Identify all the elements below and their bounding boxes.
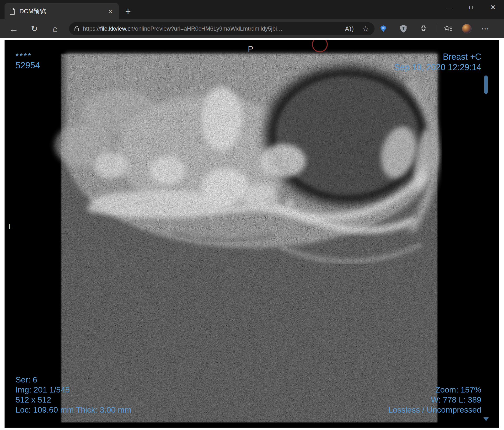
- window-controls: — □ ×: [438, 0, 504, 19]
- settings-more-button[interactable]: ⋯: [479, 22, 492, 35]
- zoom-level: Zoom: 157%: [388, 385, 481, 395]
- add-favorite-button[interactable]: ☆: [359, 23, 372, 34]
- tab-title: DCM预览: [19, 7, 101, 16]
- profile-avatar[interactable]: [462, 24, 471, 34]
- navigation-bar: ← ↻ ⌂ https://file.kkview.cn/onlinePrevi…: [0, 19, 504, 38]
- image-matrix: 512 x 512: [16, 395, 131, 405]
- maximize-button[interactable]: □: [460, 0, 482, 15]
- address-bar[interactable]: https://file.kkview.cn/onlinePreview?url…: [69, 22, 375, 35]
- series-number: Ser: 6: [16, 375, 131, 385]
- lock-icon[interactable]: [74, 26, 80, 32]
- window-close-button[interactable]: ×: [482, 0, 504, 15]
- minimize-button[interactable]: —: [438, 0, 460, 15]
- dicom-viewer: **** 52954 P L Breast +C Sep 10, 2020 12…: [5, 40, 499, 428]
- overlay-top-right: Breast +C Sep 10, 2020 12:29:14: [394, 52, 481, 73]
- read-aloud-button[interactable]: A)): [343, 23, 356, 34]
- study-datetime: Sep 10, 2020 12:29:14: [394, 62, 481, 73]
- browser-tab[interactable]: DCM预览 ×: [5, 3, 119, 19]
- compression-info: Lossless / Uncompressed: [388, 405, 481, 415]
- url-host: file.kkview.cn: [100, 25, 134, 32]
- window-level: W: 778 L: 389: [388, 395, 481, 405]
- url-text: https://file.kkview.cn/onlinePreview?url…: [83, 25, 340, 32]
- scroll-down-arrow[interactable]: [484, 417, 489, 421]
- image-index: Img: 201 1/545: [16, 385, 131, 395]
- toolbar-icons: T ⋯: [377, 22, 492, 35]
- url-scheme: https://: [83, 25, 100, 32]
- page-content: **** 52954 P L Breast +C Sep 10, 2020 12…: [0, 38, 504, 430]
- url-path: /onlinePreview?url=aHR0cHM6Ly9maWxlLmtrd…: [134, 25, 283, 32]
- toolbar-divider: [436, 24, 436, 33]
- extensions-puzzle-icon[interactable]: [417, 22, 430, 35]
- overlay-top-left: **** 52954: [16, 52, 40, 71]
- orientation-marker-posterior: P: [248, 44, 253, 54]
- shield-letter: T: [402, 27, 405, 31]
- overlay-bottom-left: Ser: 6 Img: 201 1/545 512 x 512 Loc: 109…: [16, 375, 131, 415]
- title-bar: DCM预览 × + — □ ×: [0, 0, 504, 19]
- tab-close-button[interactable]: ×: [105, 6, 115, 16]
- overlay-bottom-right: Zoom: 157% W: 778 L: 389 Lossless / Unco…: [388, 385, 481, 415]
- shield-extension-icon[interactable]: T: [397, 22, 410, 35]
- favorites-hub-icon[interactable]: [442, 22, 455, 35]
- new-tab-button[interactable]: +: [122, 5, 135, 18]
- extension-blue-icon[interactable]: [377, 22, 390, 35]
- series-scrollbar-thumb[interactable]: [484, 75, 488, 94]
- patient-name-masked: ****: [16, 52, 40, 60]
- document-icon: [9, 8, 16, 15]
- back-button[interactable]: ←: [7, 22, 20, 36]
- dicom-image[interactable]: [5, 40, 499, 428]
- orientation-marker-left: L: [8, 221, 13, 232]
- refresh-button[interactable]: ↻: [27, 22, 41, 36]
- home-button[interactable]: ⌂: [48, 22, 62, 36]
- patient-id: 52954: [16, 60, 40, 71]
- study-description: Breast +C: [394, 52, 481, 62]
- slice-location: Loc: 109.60 mm Thick: 3.00 mm: [16, 405, 131, 415]
